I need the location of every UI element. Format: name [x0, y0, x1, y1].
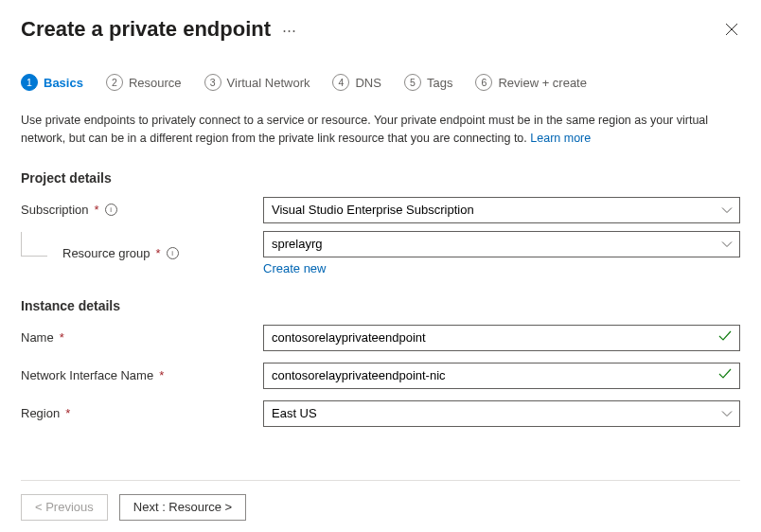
- tab-review-create[interactable]: 6 Review + create: [475, 74, 587, 91]
- step-label-dns: DNS: [355, 76, 380, 90]
- name-label: Name: [21, 330, 54, 345]
- tab-virtual-network[interactable]: 3 Virtual Network: [204, 74, 310, 91]
- section-title-instance: Instance details: [21, 298, 740, 313]
- required-marker: *: [60, 330, 64, 345]
- region-label: Region: [21, 406, 60, 420]
- name-input[interactable]: [263, 325, 740, 351]
- nic-name-input[interactable]: [263, 363, 740, 389]
- step-label-basics: Basics: [44, 76, 83, 90]
- page-title: Create a private endpoint: [21, 17, 271, 42]
- intro-body: Use private endpoints to privately conne…: [21, 114, 708, 145]
- learn-more-link[interactable]: Learn more: [530, 132, 591, 145]
- step-num-1: 1: [21, 74, 38, 91]
- tab-basics[interactable]: 1 Basics: [21, 74, 83, 91]
- required-marker: *: [95, 203, 99, 217]
- previous-button: < Previous: [21, 494, 108, 521]
- info-icon[interactable]: i: [167, 247, 179, 259]
- tab-resource[interactable]: 2 Resource: [106, 74, 182, 91]
- section-title-project: Project details: [21, 170, 740, 186]
- region-select[interactable]: [263, 400, 740, 427]
- nic-name-label: Network Interface Name: [21, 368, 153, 382]
- resource-group-label: Resource group: [62, 246, 150, 260]
- step-label-review: Review + create: [498, 76, 587, 90]
- step-label-resource: Resource: [129, 76, 182, 90]
- create-new-link[interactable]: Create new: [263, 261, 326, 275]
- tab-dns[interactable]: 4 DNS: [332, 74, 380, 91]
- footer-separator: [21, 480, 740, 481]
- step-label-tags: Tags: [427, 76, 452, 90]
- next-button[interactable]: Next : Resource >: [119, 494, 246, 521]
- step-label-vnet: Virtual Network: [227, 76, 310, 90]
- step-num-5: 5: [404, 74, 421, 91]
- step-num-6: 6: [475, 74, 492, 91]
- tab-tags[interactable]: 5 Tags: [404, 74, 452, 91]
- close-icon[interactable]: [723, 21, 740, 38]
- required-marker: *: [159, 368, 164, 382]
- required-marker: *: [65, 406, 70, 420]
- subscription-label: Subscription: [21, 203, 89, 217]
- step-num-2: 2: [106, 74, 123, 91]
- more-icon[interactable]: ⋯: [282, 23, 296, 37]
- required-marker: *: [156, 246, 161, 260]
- intro-text: Use private endpoints to privately conne…: [21, 112, 740, 148]
- wizard-steps: 1 Basics 2 Resource 3 Virtual Network 4 …: [21, 74, 740, 97]
- step-num-3: 3: [204, 74, 221, 91]
- subscription-select[interactable]: [263, 197, 740, 223]
- resource-group-select[interactable]: [263, 231, 740, 257]
- step-num-4: 4: [332, 74, 349, 91]
- info-icon[interactable]: i: [105, 204, 117, 216]
- hierarchy-line: [21, 232, 47, 257]
